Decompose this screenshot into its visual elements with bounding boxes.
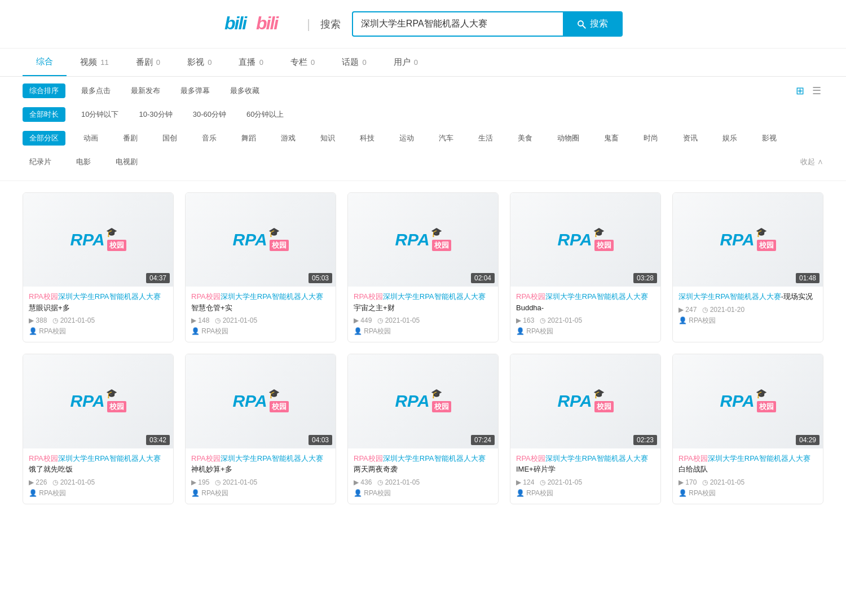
tab-专栏[interactable]: 专栏 0 [277, 49, 328, 76]
rpa-logo-inner-5: RPA 🎓 校园 [720, 229, 775, 251]
cat-game[interactable]: 游戏 [274, 131, 302, 146]
cat-music[interactable]: 音乐 [195, 131, 223, 146]
video-card-9[interactable]: RPA 🎓 校园 02:23 RPA校园深圳大学生RPA智能机器人大赛IME+碎… [510, 354, 661, 504]
rpa-logo-inner-9: RPA 🎓 校园 [557, 390, 613, 412]
video-duration-4: 03:28 [633, 273, 657, 283]
rpa-text-9: RPA [557, 391, 592, 411]
duration-filter-row: 全部时长 10分钟以下 10-30分钟 30-60分钟 60分钟以上 [23, 107, 823, 122]
rpa-logo-inner-2: RPA 🎓 校园 [232, 229, 288, 251]
date-4: ◷ 2021-01-05 [540, 316, 582, 324]
cat-tech[interactable]: 科技 [353, 131, 381, 146]
search-button[interactable]: 搜索 [563, 12, 622, 36]
cat-animation[interactable]: 动画 [77, 131, 105, 146]
rpa-text-1: RPA [70, 230, 104, 249]
rpa-campus-badge-10: 校园 [757, 401, 776, 412]
cat-animals[interactable]: 动物圈 [550, 131, 586, 146]
collapse-button[interactable]: 收起 ∧ [800, 157, 823, 167]
cat-life[interactable]: 生活 [472, 131, 500, 146]
sort-most-danmaku[interactable]: 最多弹幕 [176, 83, 214, 98]
sort-most-favorite[interactable]: 最多收藏 [226, 83, 264, 98]
video-info-2: RPA校园深圳大学生RPA智能机器人大赛智慧仓管+实 ▶ 148 ◷ 2021-… [186, 287, 336, 342]
cat-documentary[interactable]: 纪录片 [23, 155, 58, 169]
video-card-6[interactable]: RPA 🎓 校园 03:42 RPA校园深圳大学生RPA智能机器人大赛饿了就先吃… [23, 354, 174, 504]
video-thumbnail-8: RPA 🎓 校园 07:24 [348, 354, 498, 448]
rpa-logo-9: RPA 🎓 校园 [510, 354, 660, 448]
video-duration-8: 07:24 [471, 435, 495, 445]
cat-fashion[interactable]: 时尚 [637, 131, 665, 146]
duration-30-60[interactable]: 30-60分钟 [188, 107, 231, 122]
sort-newest[interactable]: 最新发布 [126, 83, 165, 98]
rpa-text-4: RPA [557, 230, 592, 249]
video-card-2[interactable]: RPA 🎓 校园 05:03 RPA校园深圳大学生RPA智能机器人大赛智慧仓管+… [185, 192, 336, 342]
video-card-4[interactable]: RPA 🎓 校园 03:28 RPA校园深圳大学生RPA智能机器人大赛Buddh… [510, 192, 661, 342]
video-meta-7: ▶ 195 ◷ 2021-01-05 [191, 478, 330, 486]
duration-under10[interactable]: 10分钟以下 [77, 107, 123, 122]
video-duration-9: 02:23 [633, 435, 657, 445]
category-active-tag[interactable]: 全部分区 [23, 131, 65, 146]
grid-view-button[interactable]: ⊞ [794, 83, 807, 98]
video-thumbnail-10: RPA 🎓 校园 04:29 [673, 354, 823, 448]
rpa-logo-inner-7: RPA 🎓 校园 [232, 390, 288, 412]
cat-guochuang[interactable]: 国创 [156, 131, 184, 146]
video-card-1[interactable]: RPA 🎓 校园 04:37 RPA校园深圳大学生RPA智能机器人大赛慧眼识据+… [23, 192, 174, 342]
video-info-3: RPA校园深圳大学生RPA智能机器人大赛宇宙之主+财 ▶ 449 ◷ 2021-… [348, 287, 498, 342]
video-author-5: 👤 RPA校园 [678, 316, 817, 325]
view-count-1: ▶ 388 [29, 316, 47, 324]
video-card-3[interactable]: RPA 🎓 校园 02:04 RPA校园深圳大学生RPA智能机器人大赛宇宙之主+… [347, 192, 499, 342]
video-card-10[interactable]: RPA 🎓 校园 04:29 RPA校园深圳大学生RPA智能机器人大赛白给战队 … [672, 354, 823, 504]
cat-tvshow[interactable]: 电视剧 [109, 155, 144, 169]
rpa-campus-badge-1: 校园 [107, 240, 126, 251]
video-info-5: 深圳大学生RPA智能机器人大赛-现场实况 ▶ 247 ◷ 2021-01-20 … [673, 287, 823, 331]
duration-active-tag[interactable]: 全部时长 [23, 107, 65, 122]
tab-影视[interactable]: 影视 0 [174, 49, 225, 76]
view-count-9: ▶ 124 [516, 478, 534, 486]
sort-most-play[interactable]: 最多点击 [77, 83, 115, 98]
tab-视频[interactable]: 视频 11 [67, 49, 122, 76]
cat-knowledge[interactable]: 知识 [314, 131, 342, 146]
video-duration-1: 04:37 [146, 273, 170, 283]
cat-sports[interactable]: 运动 [393, 131, 421, 146]
video-card-7[interactable]: RPA 🎓 校园 04:03 RPA校园深圳大学生RPA智能机器人大赛神机妙算+… [185, 354, 336, 504]
video-meta-3: ▶ 449 ◷ 2021-01-05 [354, 316, 492, 324]
video-meta-5: ▶ 247 ◷ 2021-01-20 [678, 306, 817, 314]
cat-car[interactable]: 汽车 [432, 131, 460, 146]
rpa-logo-inner-4: RPA 🎓 校园 [557, 229, 613, 251]
video-title-3: RPA校园深圳大学生RPA智能机器人大赛宇宙之主+财 [354, 291, 492, 313]
nav-tabs: 综合 视频 11 番剧 0 影视 0 直播 0 专栏 0 话题 0 用户 0 [0, 49, 846, 77]
duration-over60[interactable]: 60分钟以上 [242, 107, 288, 122]
tab-话题[interactable]: 话题 0 [328, 49, 380, 76]
search-input[interactable] [353, 14, 563, 35]
rpa-campus-badge-2: 校园 [270, 240, 289, 251]
cat-food[interactable]: 美食 [511, 131, 539, 146]
video-thumbnail-6: RPA 🎓 校园 03:42 [23, 354, 173, 448]
tab-用户[interactable]: 用户 0 [380, 49, 431, 76]
view-count-2: ▶ 148 [191, 316, 209, 324]
duration-10-30[interactable]: 10-30分钟 [134, 107, 177, 122]
cat-news[interactable]: 资讯 [676, 131, 704, 146]
video-author-4: 👤 RPA校园 [516, 327, 655, 336]
video-author-7: 👤 RPA校园 [191, 489, 330, 498]
header: bili bili | 搜索 搜索 [0, 0, 846, 49]
video-card-8[interactable]: RPA 🎓 校园 07:24 RPA校园深圳大学生RPA智能机器人大赛两天两夜奇… [347, 354, 499, 504]
cat-movie[interactable]: 电影 [69, 155, 98, 169]
tab-直播[interactable]: 直播 0 [225, 49, 276, 76]
sort-active-tag[interactable]: 综合排序 [23, 83, 65, 98]
video-duration-6: 03:42 [146, 435, 170, 445]
rpa-logo-8: RPA 🎓 校园 [348, 354, 498, 448]
cat-anime[interactable]: 番剧 [116, 131, 144, 146]
tab-综合[interactable]: 综合 [23, 49, 67, 76]
video-card-5[interactable]: RPA 🎓 校园 01:48 深圳大学生RPA智能机器人大赛-现场实况 ▶ 24… [672, 192, 823, 342]
video-thumbnail-3: RPA 🎓 校园 02:04 [348, 193, 498, 287]
rpa-campus-badge-6: 校园 [107, 401, 126, 412]
list-view-button[interactable]: ☰ [810, 83, 823, 98]
cat-film[interactable]: 影视 [755, 131, 783, 146]
rpa-text-5: RPA [720, 230, 754, 249]
date-2: ◷ 2021-01-05 [215, 316, 257, 324]
tab-番剧[interactable]: 番剧 0 [122, 49, 174, 76]
video-info-9: RPA校园深圳大学生RPA智能机器人大赛IME+碎片学 ▶ 124 ◷ 2021… [510, 448, 660, 504]
view-count-5: ▶ 247 [678, 306, 697, 314]
cat-entertainment[interactable]: 娱乐 [716, 131, 744, 146]
cat-dance[interactable]: 舞蹈 [235, 131, 263, 146]
rpa-text-10: RPA [720, 391, 754, 411]
cat-ghost[interactable]: 鬼畜 [597, 131, 625, 146]
